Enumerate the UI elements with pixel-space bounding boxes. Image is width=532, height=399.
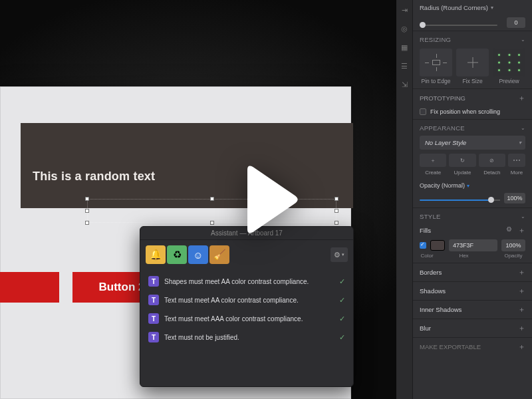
plus-icon[interactable]: ＋ — [517, 93, 525, 103]
detach-style-button[interactable]: ⊘ — [479, 154, 505, 167]
fill-enabled-checkbox[interactable] — [420, 242, 426, 249]
plus-icon[interactable]: ＋ — [517, 305, 525, 315]
inspector-panel: Radius (Round Corners) ▾ 0 RESIZING⌄ Pin… — [412, 0, 532, 399]
align-icon[interactable]: ⇥ — [400, 5, 409, 15]
style-section-header[interactable]: STYLE⌄ — [413, 208, 532, 223]
shadows-row[interactable]: Shadows＋ — [413, 281, 532, 300]
chevron-down-icon: ⌄ — [521, 37, 525, 43]
update-style-button[interactable]: ↻ — [449, 154, 475, 167]
resize-labels: Pin to Edge Fix Size Preview — [413, 78, 532, 88]
appearance-section-header[interactable]: APPEARANCE⌄ — [413, 120, 532, 134]
plus-icon[interactable]: ＋ — [517, 323, 525, 333]
resize-handle-icon[interactable] — [85, 209, 89, 213]
opacity-slider[interactable] — [420, 200, 500, 201]
plus-icon[interactable]: ＋ — [517, 225, 525, 235]
resize-preview-option[interactable] — [493, 49, 525, 76]
more-style-button[interactable]: ⋯ — [508, 154, 525, 167]
chevron-down-icon[interactable]: ▾ — [491, 5, 493, 11]
assistant-rules-list: T Shapes must meet AA color contrast com… — [140, 269, 353, 352]
opacity-value-field[interactable]: 100% — [504, 193, 525, 203]
assistant-rule-item[interactable]: T Text must meet AA color contrast compl… — [144, 291, 349, 309]
rule-label: Text must meet AA color contrast complia… — [164, 297, 334, 304]
target-icon[interactable]: ◎ — [400, 24, 409, 33]
resize-handle-icon[interactable] — [85, 197, 89, 201]
rule-label: Text must meet AAA color contrast compli… — [164, 315, 334, 323]
fill-column-labels: Color Hex Opacity — [420, 253, 525, 259]
plus-icon[interactable]: ＋ — [517, 342, 525, 352]
style-button-labels: Create Update Detach More — [413, 170, 532, 180]
radius-slider[interactable] — [420, 19, 501, 26]
assistant-recycle-icon[interactable]: ♻︎ — [167, 245, 187, 264]
chevron-down-icon: ▾ — [519, 140, 521, 146]
accessibility-assistant-window[interactable]: Assistant — Artboard 17 🔔 ♻︎ ☺ 🧹 ⚙▾ T Sh… — [140, 226, 354, 387]
inner-shadows-row[interactable]: Inner Shadows＋ — [413, 300, 532, 319]
export-arrow-icon[interactable]: ⇲ — [400, 80, 409, 89]
resize-handle-icon[interactable] — [210, 221, 214, 225]
blur-row[interactable]: Blur＋ — [413, 319, 532, 337]
assistant-toolbar: 🔔 ♻︎ ☺ 🧹 ⚙▾ — [140, 240, 353, 269]
resize-handle-icon[interactable] — [334, 197, 338, 201]
chevron-down-icon: ▾ — [342, 252, 344, 257]
resize-handle-icon[interactable] — [334, 209, 338, 213]
selection-outline — [87, 199, 336, 223]
fill-opacity-field[interactable]: 100% — [501, 239, 525, 251]
chevron-down-icon: ⌄ — [521, 213, 525, 219]
create-style-button[interactable]: ＋ — [420, 154, 446, 167]
red-strip-layer[interactable] — [0, 272, 59, 303]
fill-color-swatch[interactable] — [430, 240, 445, 251]
gear-icon: ⚙ — [334, 251, 340, 259]
fills-label: Fills — [420, 227, 431, 234]
assistant-bell-icon[interactable]: 🔔 — [146, 245, 166, 264]
resize-handle-icon[interactable] — [85, 221, 89, 225]
rule-badge-icon: T — [148, 313, 159, 324]
sample-text-layer[interactable]: This is a random text — [33, 170, 155, 184]
assistant-settings-button[interactable]: ⚙▾ — [331, 247, 348, 262]
rule-badge-icon: T — [148, 332, 159, 342]
prototyping-section-header[interactable]: PROTOTYPING＋ — [413, 89, 532, 107]
layer-style-dropdown[interactable]: No Layer Style▾ — [420, 136, 525, 150]
fix-position-checkbox[interactable]: Fix position when scrolling — [413, 107, 532, 119]
assistant-accessibility-icon[interactable]: ☺ — [188, 245, 208, 264]
inspector-tab-strip: ⇥ ◎ ▦ ☰ ⇲ — [396, 0, 412, 399]
resize-handle-icon[interactable] — [210, 197, 214, 201]
check-icon: ✓ — [339, 315, 345, 323]
gear-icon[interactable]: ⚙ — [506, 225, 512, 235]
dark-rectangle-layer[interactable] — [21, 123, 353, 208]
resize-handle-icon[interactable] — [334, 221, 338, 225]
radius-label: Radius (Round Corners) ▾ — [420, 4, 525, 11]
check-icon: ✓ — [339, 277, 345, 286]
rule-badge-icon: T — [148, 295, 159, 305]
assistant-rule-item[interactable]: T Text must meet AAA color contrast comp… — [144, 309, 349, 328]
window-title: Assistant — Artboard 17 — [140, 227, 353, 240]
stack-icon[interactable]: ☰ — [400, 61, 409, 70]
grid-icon[interactable]: ▦ — [400, 43, 409, 52]
radius-value-field[interactable]: 0 — [507, 17, 525, 28]
check-icon: ✓ — [339, 296, 345, 305]
fill-hex-field[interactable]: 473F3F — [449, 239, 497, 251]
assistant-rule-item[interactable]: T Text must not be justified. ✓ — [144, 328, 349, 346]
plus-icon[interactable]: ＋ — [517, 267, 525, 277]
borders-row[interactable]: Borders＋ — [413, 263, 532, 281]
make-exportable-row[interactable]: MAKE EXPORTABLE＋ — [413, 337, 532, 356]
rule-label: Shapes must meet AA color contrast compl… — [164, 278, 334, 285]
resizing-options — [413, 46, 532, 78]
assistant-rule-item[interactable]: T Shapes must meet AA color contrast com… — [144, 272, 349, 291]
rule-label: Text must not be justified. — [164, 334, 334, 341]
checkbox-icon[interactable] — [420, 108, 426, 115]
chevron-down-icon: ⌄ — [521, 125, 525, 131]
assistant-broom-icon[interactable]: 🧹 — [209, 245, 229, 264]
pin-to-edge-option[interactable] — [420, 49, 452, 76]
rule-badge-icon: T — [148, 276, 159, 287]
fix-size-option[interactable] — [456, 49, 489, 76]
chevron-down-icon: ▾ — [467, 183, 469, 189]
check-icon: ✓ — [339, 333, 345, 342]
resizing-section-header[interactable]: RESIZING⌄ — [413, 31, 532, 46]
plus-icon[interactable]: ＋ — [517, 286, 525, 296]
selection-handles[interactable] — [87, 199, 336, 223]
fix-position-label: Fix position when scrolling — [430, 108, 500, 115]
opacity-label[interactable]: Opacity (Normal) ▾ — [420, 182, 525, 189]
